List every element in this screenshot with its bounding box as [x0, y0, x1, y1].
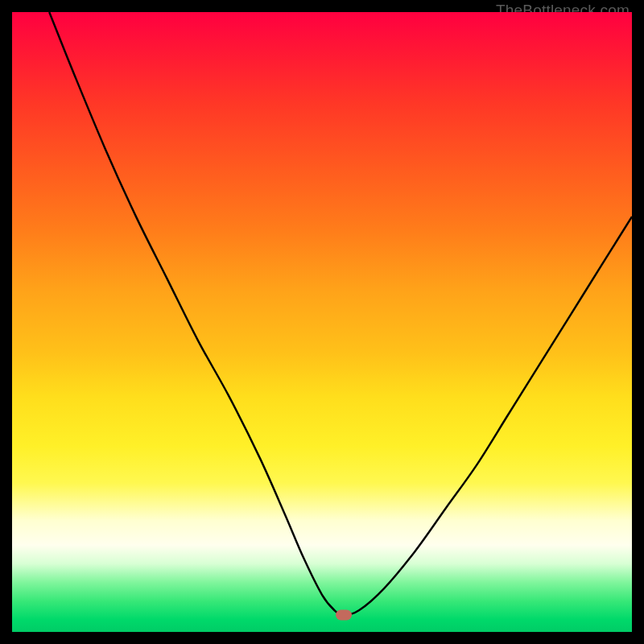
bottleneck-chart — [12, 12, 632, 632]
curve-svg — [12, 12, 632, 632]
bottleneck-curve-line — [49, 12, 632, 615]
optimal-point-marker — [336, 610, 352, 621]
